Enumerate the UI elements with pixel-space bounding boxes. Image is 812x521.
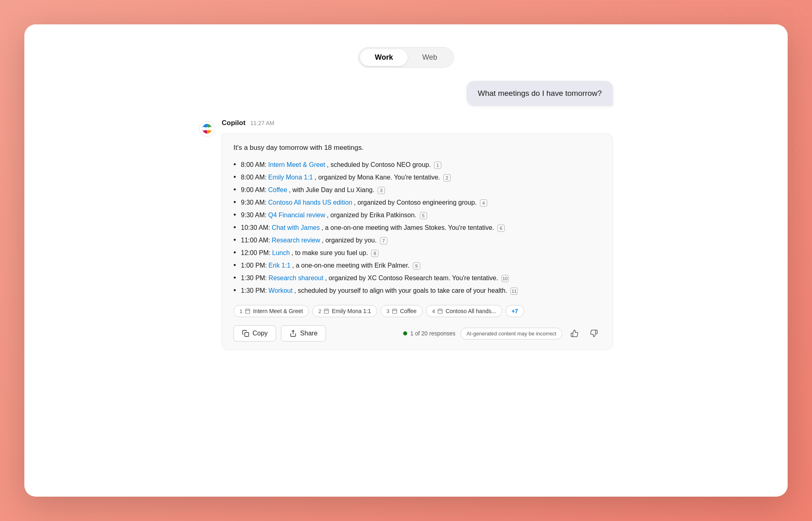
content-area: Work Web What meetings do I have tomorro… <box>24 24 788 497</box>
meeting-description: , scheduled by Contoso NEO group. <box>327 161 431 169</box>
meeting-item: •8:00 AM: Emily Mona 1:1, organized by M… <box>233 171 601 184</box>
reference-number: 10 <box>501 275 509 282</box>
calendar-icon <box>245 308 251 314</box>
share-label: Share <box>300 330 317 337</box>
meeting-description: , organized by XC Contoso Research team.… <box>325 275 498 282</box>
chip-number: 1 <box>240 308 242 314</box>
response-indicator: 1 of 20 responses <box>403 330 456 337</box>
copilot-timestamp: 11:27 AM <box>251 120 274 126</box>
meeting-item: •9:00 AM: Coffee, with Julie Day and Lu … <box>233 184 601 196</box>
meeting-description: , organized by Erika Patkinson. <box>327 212 417 219</box>
citation-chip[interactable]: 3Coffee <box>380 305 423 317</box>
chip-label: Emily Mona 1:1 <box>332 308 371 314</box>
tab-web[interactable]: Web <box>408 49 452 66</box>
chip-label: Contoso All hands... <box>445 308 496 314</box>
svg-rect-6 <box>324 309 329 313</box>
user-message-bubble: What meetings do I have tomorrow? <box>466 81 613 106</box>
copy-label: Copy <box>253 330 268 337</box>
meeting-item: •12:00 PM: Lunch, to make sure you fuel … <box>233 246 601 259</box>
copilot-avatar <box>199 121 215 137</box>
meeting-description: , a one-on-one meeting with James Stokes… <box>322 224 495 231</box>
meeting-description: , scheduled by yourself to align with yo… <box>294 287 508 294</box>
svg-rect-14 <box>438 309 443 313</box>
meeting-link[interactable]: Chat with James <box>272 224 320 231</box>
meeting-time: 1:30 PM: <box>241 275 267 282</box>
meeting-item: •9:30 AM: Q4 Financial review, organized… <box>233 209 601 221</box>
meeting-link[interactable]: Contoso All hands US edition <box>268 199 352 206</box>
copy-button[interactable]: Copy <box>233 325 276 342</box>
meeting-link[interactable]: Research shareout <box>268 275 323 282</box>
citation-chips: 1Intern Meet & Greet2Emily Mona 1:13Coff… <box>233 305 601 317</box>
meeting-link[interactable]: Lunch <box>272 249 290 257</box>
meeting-link[interactable]: Intern Meet & Greet <box>268 161 325 169</box>
meeting-description: , with Julie Day and Lu Xiang. <box>289 186 374 194</box>
chat-area: What meetings do I have tomorrow? <box>183 68 629 497</box>
svg-rect-18 <box>245 333 249 337</box>
meeting-time: 8:00 AM: <box>241 161 266 169</box>
thumbs-down-icon <box>590 329 598 337</box>
reference-number: 3 <box>378 187 385 194</box>
bullet: • <box>233 286 236 295</box>
reference-number: 2 <box>443 174 451 182</box>
meeting-link[interactable]: Q4 Financial review <box>268 212 325 219</box>
meeting-time: 9:30 AM: <box>241 212 266 219</box>
bullet: • <box>233 173 236 182</box>
chip-number: 2 <box>318 308 321 314</box>
meeting-time: 8:00 AM: <box>241 174 266 181</box>
response-count: 1 of 20 responses <box>410 330 456 337</box>
calendar-icon <box>437 308 443 314</box>
svg-rect-2 <box>246 309 250 313</box>
copilot-bubble: It's a busy day tomorrow with 18 meeting… <box>222 134 613 350</box>
meeting-link[interactable]: Erik 1:1 <box>268 262 290 269</box>
bullet: • <box>233 261 236 270</box>
meeting-description: , a one-on-one meeting with Erik Palmer. <box>292 262 410 269</box>
bullet: • <box>233 274 236 282</box>
calendar-icon <box>324 308 329 314</box>
meeting-description: , organized by Mona Kane. You're tentati… <box>315 174 440 181</box>
green-dot <box>403 331 407 335</box>
reference-number: 11 <box>510 288 518 295</box>
meeting-time: 1:30 PM: <box>241 287 267 294</box>
bullet: • <box>233 160 236 169</box>
chip-number: 3 <box>387 308 389 314</box>
meeting-link[interactable]: Coffee <box>268 186 287 194</box>
reference-number: 7 <box>380 237 387 244</box>
meeting-time: 9:30 AM: <box>241 199 266 206</box>
thumbs-up-button[interactable] <box>567 326 582 341</box>
user-message-text: What meetings do I have tomorrow? <box>478 89 602 97</box>
meeting-list: •8:00 AM: Intern Meet & Greet, scheduled… <box>233 158 601 297</box>
meeting-description: , organized by you. <box>322 237 377 244</box>
chip-number: 4 <box>432 308 435 314</box>
thumbs-down-button[interactable] <box>587 326 601 341</box>
more-chips-button[interactable]: +7 <box>505 305 524 317</box>
citation-chip[interactable]: 2Emily Mona 1:1 <box>312 305 377 317</box>
reference-number: 8 <box>371 250 378 257</box>
meeting-item: •10:30 AM: Chat with James, a one-on-one… <box>233 221 601 234</box>
bullet: • <box>233 198 236 207</box>
reference-number: 6 <box>497 225 505 232</box>
ai-warning-badge: AI-generated content may be incorrect <box>460 328 562 339</box>
citation-chip[interactable]: 4Contoso All hands... <box>426 305 502 317</box>
citation-chip[interactable]: 1Intern Meet & Greet <box>233 305 309 317</box>
copilot-message: Copilot 11:27 AM It's a busy day tomorro… <box>199 119 613 350</box>
reference-number: 9 <box>413 262 420 270</box>
meeting-link[interactable]: Emily Mona 1:1 <box>268 174 313 181</box>
reference-number: 4 <box>480 199 487 207</box>
share-button[interactable]: Share <box>281 325 326 342</box>
chip-label: Intern Meet & Greet <box>253 308 303 314</box>
meeting-item: •1:00 PM: Erik 1:1, a one-on-one meeting… <box>233 259 601 272</box>
meeting-item: •1:30 PM: Research shareout, organized b… <box>233 272 601 284</box>
meeting-link[interactable]: Workout <box>268 287 292 294</box>
copy-icon <box>242 330 249 337</box>
meeting-item: •8:00 AM: Intern Meet & Greet, scheduled… <box>233 158 601 171</box>
tab-bar: Work Web <box>358 47 454 68</box>
tab-work[interactable]: Work <box>360 49 408 66</box>
meeting-time: 1:00 PM: <box>241 262 267 269</box>
svg-rect-10 <box>393 309 397 313</box>
meeting-time: 12:00 PM: <box>241 249 270 257</box>
bullet: • <box>233 211 236 219</box>
copilot-name: Copilot <box>222 119 246 127</box>
svg-point-1 <box>205 127 209 130</box>
bullet: • <box>233 249 236 257</box>
meeting-link[interactable]: Research review <box>272 237 320 244</box>
